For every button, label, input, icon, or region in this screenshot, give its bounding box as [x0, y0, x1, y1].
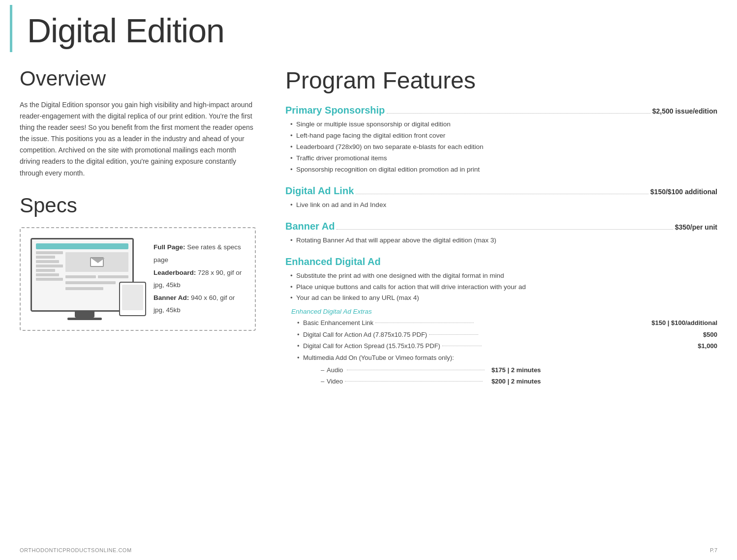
extras-item-label: Basic Enhancement Link — [303, 317, 646, 328]
banner-ad-heading: Banner Ad $350/per unit — [285, 221, 717, 232]
multimedia-audio-price: $175 | 2 minutes — [491, 364, 541, 376]
multimedia-video-label: Video — [327, 376, 485, 387]
dots-decoration — [337, 229, 673, 230]
enhanced-digital-ad-heading: Enhanced Digital Ad — [285, 256, 717, 267]
dots-decoration — [356, 194, 648, 194]
extras-list-item: Multimedia Add On (YouTube or Vimeo form… — [297, 352, 717, 387]
dots-decoration — [387, 113, 650, 114]
banner-ad-label: Banner Ad — [285, 221, 335, 232]
enhanced-digital-ad-list: Substitute the print ad with one designe… — [285, 270, 717, 304]
overview-text: As the Digital Edition sponsor you gain … — [20, 99, 256, 179]
enhanced-digital-ad-label: Enhanced Digital Ad — [285, 256, 381, 267]
program-features-title: Program Features — [285, 67, 717, 94]
multimedia-sub-item: Audio $175 | 2 minutes — [321, 364, 541, 376]
specs-mockup: Full Page: See rates & specs page Leader… — [20, 227, 256, 331]
screen-line — [36, 260, 59, 263]
screen-line — [36, 265, 63, 267]
specs-full-page-label: Full Page: — [154, 243, 185, 251]
tablet-screen — [122, 285, 143, 310]
multimedia-video-price: $200 | 2 minutes — [491, 376, 541, 387]
banner-ad-list: Rotating Banner Ad that will appear abov… — [285, 235, 717, 246]
primary-sponsorship-list: Single or multiple issue sponsorship or … — [285, 119, 717, 176]
screen-line — [65, 281, 116, 284]
overview-title: Overview — [20, 67, 256, 90]
feature-enhanced-digital-ad: Enhanced Digital Ad Substitute the print… — [285, 256, 717, 387]
primary-sponsorship-price: $2,500 issue/edition — [652, 107, 717, 115]
list-item: Sponsorship recognition on digital editi… — [290, 164, 717, 176]
left-column: Overview As the Digital Edition sponsor … — [20, 67, 256, 397]
monitor-mockup — [31, 238, 139, 320]
multimedia-sub-list: Audio $175 | 2 minutes Video $200 | 2 mi… — [303, 364, 541, 387]
screen-content-block — [65, 252, 128, 272]
extras-item-label: Digital Call for Action Ad (7.875x10.75 … — [303, 329, 698, 340]
screen-line — [36, 256, 55, 259]
extras-list-item: Basic Enhancement Link $150 | $100/addit… — [297, 317, 717, 328]
multimedia-audio-label: Audio — [327, 364, 487, 376]
specs-full-page: Full Page: See rates & specs page — [154, 241, 245, 266]
specs-leaderboard: Leaderboard: 728 x 90, gif or jpg, 45kb — [154, 266, 245, 292]
multimedia-sub-item: Video $200 | 2 minutes — [321, 376, 541, 387]
tablet-mockup — [119, 282, 146, 316]
screen-line — [36, 278, 63, 281]
digital-ad-link-heading: Digital Ad Link $150/$100 additional — [285, 185, 717, 197]
list-item: Substitute the print ad with one designe… — [290, 270, 717, 282]
list-item: Leaderboard (728x90) on two separate e-b… — [290, 142, 717, 153]
digital-ad-link-list: Live link on ad and in Ad Index — [285, 200, 717, 211]
extras-list-item: Digital Call for Action Spread (15.75x10… — [297, 340, 717, 352]
list-item: Single or multiple issue sponsorship or … — [290, 119, 717, 130]
specs-banner: Banner Ad: 940 x 60, gif or jpg, 45kb — [154, 292, 245, 317]
email-icon — [90, 257, 104, 267]
feature-digital-ad-link: Digital Ad Link $150/$100 additional Liv… — [285, 185, 717, 211]
main-content: Overview As the Digital Edition sponsor … — [0, 52, 737, 407]
list-item: Rotating Banner Ad that will appear abov… — [290, 235, 717, 246]
list-item: Left-hand page facing the digital editio… — [290, 130, 717, 142]
extras-item-price: $1,000 — [698, 340, 717, 352]
specs-leaderboard-label: Leaderboard: — [154, 269, 196, 276]
extras-item-label: Digital Call for Action Spread (15.75x10… — [303, 340, 693, 352]
specs-details: Full Page: See rates & specs page Leader… — [154, 241, 245, 317]
extras-item-price: $150 | $100/additional — [651, 317, 717, 328]
screen-line — [65, 275, 96, 278]
enhanced-extras-list: Basic Enhancement Link $150 | $100/addit… — [285, 317, 717, 387]
right-column: Program Features Primary Sponsorship $2,… — [285, 67, 717, 397]
specs-banner-label: Banner Ad: — [154, 294, 189, 301]
screen-line — [36, 269, 55, 272]
screen-top-bar — [36, 243, 128, 249]
page-footer: ORTHODONTICPRODUCTSONLINE.COM P.7 — [20, 547, 717, 553]
primary-sponsorship-label: Primary Sponsorship — [285, 105, 385, 116]
list-item: Traffic driver promotional items — [290, 153, 717, 164]
monitor-screen-area — [31, 238, 134, 312]
extras-item-label: Multimedia Add On (YouTube or Vimeo form… — [303, 352, 454, 363]
digital-ad-link-label: Digital Ad Link — [285, 185, 354, 197]
footer-url: ORTHODONTICPRODUCTSONLINE.COM — [20, 547, 132, 553]
screen-line — [36, 251, 63, 254]
monitor-stand — [75, 312, 94, 318]
extras-item-price: $500 — [703, 329, 717, 340]
page-title: Digital Edition — [27, 14, 722, 47]
specs-title: Specs — [20, 194, 256, 217]
list-item: Your ad can be linked to any URL (max 4) — [290, 293, 717, 304]
extras-list-item: Digital Call for Action Ad (7.875x10.75 … — [297, 329, 717, 340]
banner-ad-price: $350/per unit — [675, 223, 717, 231]
enhanced-extras-label: Enhanced Digital Ad Extras — [291, 308, 717, 315]
screen-line — [65, 287, 103, 290]
footer-page: P.7 — [710, 547, 717, 553]
list-item: Place unique buttons and calls for actio… — [290, 282, 717, 293]
digital-ad-link-price: $150/$100 additional — [650, 188, 717, 196]
page-header: Digital Edition — [10, 5, 737, 52]
feature-banner-ad: Banner Ad $350/per unit Rotating Banner … — [285, 221, 717, 246]
feature-primary-sponsorship: Primary Sponsorship $2,500 issue/edition… — [285, 105, 717, 176]
primary-sponsorship-heading: Primary Sponsorship $2,500 issue/edition — [285, 105, 717, 116]
list-item: Live link on ad and in Ad Index — [290, 200, 717, 211]
monitor-base — [67, 318, 102, 320]
screen-line — [98, 275, 128, 278]
screen-line — [36, 273, 59, 276]
